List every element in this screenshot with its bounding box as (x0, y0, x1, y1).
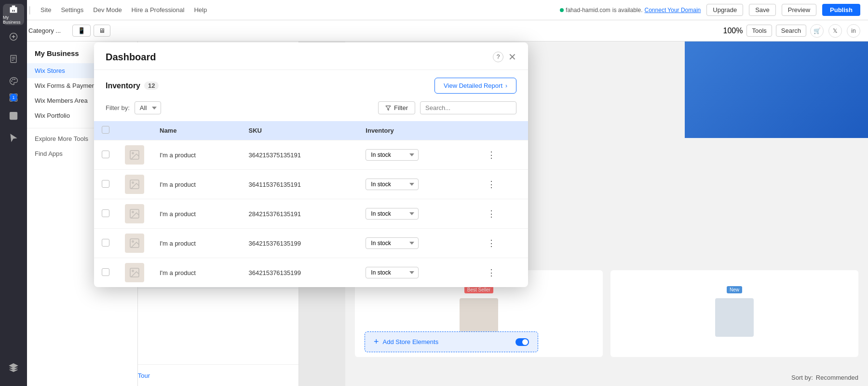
add-store-elements-btn[interactable]: + Add Store Elements (365, 331, 538, 352)
site-label[interactable]: Site (41, 6, 51, 14)
sidebar-item-media[interactable] (3, 105, 24, 126)
filter-icon (385, 105, 391, 111)
search-button[interactable]: Search (776, 25, 806, 37)
close-button[interactable]: ✕ (508, 51, 516, 63)
row-4-more[interactable]: ⋮ (476, 229, 528, 258)
table-row: I'm a product 364115376135191 In stock O… (94, 170, 528, 199)
row-1-sku: 364215375135191 (241, 140, 358, 170)
building-icon (9, 4, 18, 14)
row-3-checkbox[interactable] (94, 199, 117, 229)
row-2-thumb (117, 170, 152, 199)
row-3-stock-select[interactable]: In stock Out of stock (366, 208, 419, 220)
row-2-stock-select[interactable]: In stock Out of stock (366, 179, 419, 190)
svg-point-25 (132, 152, 134, 154)
row-4-sku: 364215376135199 (241, 229, 358, 258)
desktop-view-button[interactable]: 🖥 (94, 25, 110, 37)
th-inventory: Inventory (358, 121, 476, 140)
devmode-label[interactable]: Dev Mode (93, 6, 122, 14)
row-2-status[interactable]: In stock Out of stock (358, 170, 476, 199)
product-thumbnail (125, 204, 144, 223)
view-report-button[interactable]: View Detailed Report › (434, 78, 516, 94)
filter-bar: Filter by: All Filter (94, 101, 528, 121)
row-5-stock-select[interactable]: In stock Out of stock (366, 267, 419, 278)
preview-button[interactable]: Preview (782, 4, 816, 16)
row-4-more-btn[interactable]: ⋮ (484, 237, 499, 249)
hire-label[interactable]: Hire a Professional (132, 6, 185, 14)
save-button[interactable]: Save (749, 4, 776, 16)
row-2-checkbox[interactable] (94, 170, 117, 199)
row-5-checkbox[interactable] (94, 258, 117, 288)
row-3-more-btn[interactable]: ⋮ (484, 207, 499, 220)
layers-icon (9, 363, 18, 372)
modal-header: Dashboard ? ✕ (94, 42, 528, 70)
row-5-name: I'm a product (152, 258, 241, 288)
shop-link[interactable]: 🛒 (810, 24, 824, 38)
help-label[interactable]: Help (194, 6, 207, 14)
sidebar-item-label: My Business (3, 15, 24, 25)
svg-point-31 (132, 241, 134, 242)
svg-point-19 (12, 114, 13, 115)
inventory-count: 12 (144, 82, 159, 90)
sidebar-item-interactions[interactable] (3, 127, 24, 149)
wix-forms-label: Wix Forms & Payments (35, 82, 100, 89)
row-1-stock-select[interactable]: In stock Out of stock (366, 149, 419, 161)
search-input[interactable] (420, 101, 516, 114)
table-header-row: Name SKU Inventory (94, 121, 528, 140)
settings-label[interactable]: Settings (61, 6, 83, 14)
sidebar-item-layers[interactable] (3, 357, 24, 378)
dashboard-modal: Dashboard ? ✕ Inventory 12 View Detailed… (94, 42, 528, 287)
filter-btn-label: Filter (394, 104, 408, 111)
twitter-icon[interactable]: 𝕏 (828, 24, 842, 38)
help-button[interactable]: ? (493, 52, 503, 62)
row-5-status[interactable]: In stock Out of stock (358, 258, 476, 288)
table-row: I'm a product 364215375135191 In stock O… (94, 140, 528, 170)
product-thumbnail (125, 175, 144, 194)
svg-point-12 (13, 79, 14, 80)
row-4-status[interactable]: In stock Out of stock (358, 229, 476, 258)
add-store-label: Add Store Elements (383, 338, 439, 345)
row-1-checkbox[interactable] (94, 140, 117, 170)
mobile-view-button[interactable]: 📱 (72, 25, 91, 37)
second-bar: ← Category ... 📱 🖥 100% Tools Search 🛒 𝕏… (0, 20, 868, 41)
filter-button[interactable]: Filter (378, 101, 415, 114)
filter-dropdown[interactable]: All (135, 101, 161, 114)
row-2-more[interactable]: ⋮ (476, 170, 528, 199)
row-3-more[interactable]: ⋮ (476, 199, 528, 229)
inventory-header: Inventory 12 View Detailed Report › (94, 70, 528, 101)
sidebar-item-pages[interactable] (3, 48, 24, 69)
media-icon (9, 111, 18, 121)
filter-label: Filter by: (106, 104, 130, 111)
linkedin-icon[interactable]: in (847, 24, 860, 38)
sidebar-item-add[interactable] (3, 26, 24, 47)
blue-accent (685, 41, 868, 138)
tools-button[interactable]: Tools (746, 25, 772, 37)
row-1-more-btn[interactable]: ⋮ (484, 149, 499, 161)
svg-point-11 (11, 81, 13, 82)
row-1-thumb (117, 140, 152, 170)
domain-info: fahad-hamid.com is available. Connect Yo… (560, 7, 701, 14)
row-3-status[interactable]: In stock Out of stock (358, 199, 476, 229)
row-4-checkbox[interactable] (94, 229, 117, 258)
row-3-sku: 284215376135191 (241, 199, 358, 229)
zoom-label: 100% (723, 27, 743, 35)
connect-domain-link[interactable]: Connect Your Domain (645, 7, 701, 14)
top-bar: Wix | Site Settings Dev Mode Hire a Prof… (0, 0, 868, 20)
row-1-more[interactable]: ⋮ (476, 140, 528, 170)
svg-marker-23 (386, 106, 391, 110)
row-4-stock-select[interactable]: In stock Out of stock (366, 237, 419, 249)
row-2-more-btn[interactable]: ⋮ (484, 178, 499, 191)
modal-title: Dashboard (106, 52, 156, 63)
inventory-table: Name SKU Inventory I'm a product 3 (94, 121, 528, 287)
product-thumb-icon-5 (129, 267, 140, 278)
publish-button[interactable]: Publish (822, 4, 860, 16)
upgrade-button[interactable]: Upgrade (706, 4, 743, 16)
row-5-more-btn[interactable]: ⋮ (484, 266, 499, 279)
toggle-btn[interactable] (515, 338, 529, 346)
row-5-more[interactable]: ⋮ (476, 258, 528, 288)
sidebar-item-apps[interactable]: 1 (9, 93, 18, 104)
product-card-2: New (610, 270, 858, 357)
select-all-checkbox[interactable] (102, 126, 109, 134)
row-1-status[interactable]: In stock Out of stock (358, 140, 476, 170)
sidebar-item-my-business[interactable]: My Business (3, 4, 24, 25)
sidebar-item-design[interactable] (3, 70, 24, 92)
